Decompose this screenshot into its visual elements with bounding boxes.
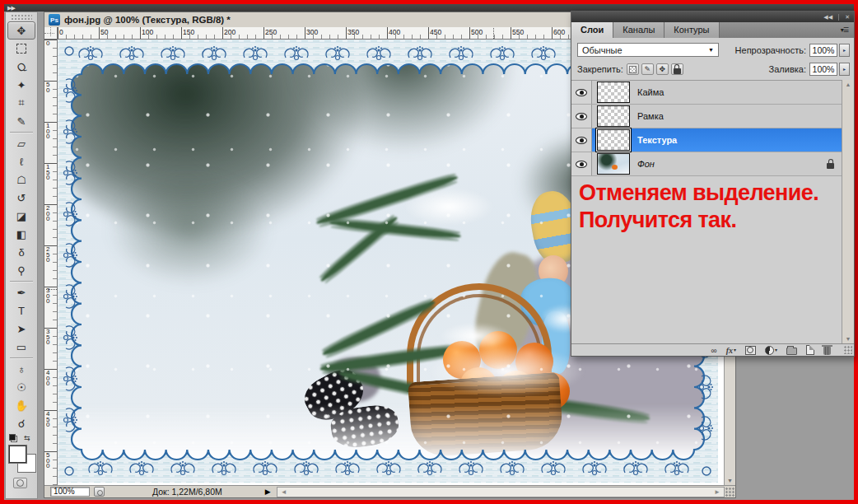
tools-panel-grip[interactable] [11,14,32,21]
blur-tool[interactable]: δ [6,243,37,261]
tab-paths[interactable]: Контуры [664,22,719,38]
visibility-toggle[interactable] [571,81,592,104]
layers-list: Кайма Рамка Текстура Фон [571,80,842,176]
opacity-spinner-icon[interactable]: ▸ [839,44,850,57]
scroll-down-icon[interactable]: ▼ [842,336,854,342]
link-layers-icon[interactable]: ∞ [711,345,716,356]
lock-pixels-button[interactable]: ✎ [641,63,654,75]
layers-scrollbar[interactable]: ▲ ▼ [842,80,854,343]
rect-marquee-tool[interactable] [6,40,37,58]
zoom-tool[interactable]: ☌ [6,414,37,432]
layer-name[interactable]: Фон [637,159,655,169]
eye-icon [576,137,587,144]
new-layer-icon[interactable] [806,345,814,355]
annotation-line-1: Отменяем выделение. [579,180,818,207]
rotate-3d-tool[interactable]: ♁ [6,360,37,378]
type-tool[interactable]: T [6,301,37,320]
tab-channels[interactable]: Каналы [613,22,664,38]
window-resize-grip[interactable] [725,487,735,497]
scroll-left-icon[interactable]: ◄ [281,488,287,497]
lasso-tool[interactable]: Q [6,58,37,76]
crop-tool[interactable]: ⌗ [6,94,37,112]
blend-mode-select[interactable]: Обычные ▼ [577,43,719,57]
layer-name[interactable]: Кайма [637,87,664,97]
ruler-label: 250 [265,28,277,36]
layer-row-ramka[interactable]: Рамка [571,105,842,128]
layer-thumbnail[interactable] [597,105,630,127]
status-info-icon[interactable] [94,487,105,497]
layer-name[interactable]: Рамка [637,111,664,121]
layer-row-kaima[interactable]: Кайма [571,81,842,105]
quick-mask-button[interactable] [13,478,27,488]
collapse-panels-icon[interactable]: ▶▶ [7,4,15,12]
layer-thumbnail[interactable] [597,153,630,175]
path-selection-tool[interactable]: ➤ [6,320,37,338]
brush-tool[interactable]: ℓ [6,152,37,170]
swap-colors-icon[interactable]: ⇆ [24,434,30,442]
clone-stamp-tool[interactable]: ☖ [6,170,37,189]
scroll-down-icon[interactable]: ▼ [725,478,735,483]
eyedropper-tool[interactable]: ✎ [6,112,37,130]
vertical-ruler[interactable]: 05 01 0 01 5 02 0 02 5 03 0 03 5 04 0 04… [44,40,58,485]
zoom-level-field[interactable]: 100% [50,487,90,497]
opacity-field[interactable]: 100% [809,44,837,57]
crop-tool-icon: ⌗ [18,96,24,110]
move-tool[interactable]: ✥ [7,21,35,40]
visibility-toggle[interactable] [571,105,592,128]
layer-thumbnail[interactable] [597,82,630,103]
panel-header: ◀◀ ✕ [571,12,854,22]
photoshop-window: ▶▶ ✥Q✦⌗✎▱ℓ☖↺◪◧δ⚲✒T➤▭♁☉✋☌ ⇆ Ps фон.jpg @ … [0,0,858,504]
healing-brush-tool[interactable]: ▱ [6,134,37,152]
gradient-tool[interactable]: ◧ [6,225,37,243]
visibility-toggle[interactable] [571,128,592,152]
adjustment-layer-button[interactable]: ▾ [765,345,777,356]
lock-all-button[interactable] [671,63,683,75]
ruler-label: 3 5 0 [46,329,49,346]
lock-label: Закрепить: [577,64,623,74]
ruler-origin[interactable] [44,27,58,40]
foreground-color-swatch[interactable] [8,445,27,464]
pen-tool[interactable]: ✒ [6,283,37,301]
layer-name[interactable]: Текстура [637,135,677,145]
hand-tool[interactable]: ✋ [6,396,37,414]
layer-row-tekstura-selected[interactable]: Текстура [571,128,842,152]
shape-tool[interactable]: ▭ [6,338,37,356]
tab-layers[interactable]: Слои [571,22,613,38]
ruler-label: 2 0 0 [46,206,49,222]
scroll-up-icon[interactable]: ▲ [842,82,854,87]
marquee-icon [16,44,26,54]
dodge-tool[interactable]: ⚲ [6,261,37,279]
layer-thumbnail[interactable] [597,129,630,151]
blend-mode-value: Обычные [582,45,623,55]
divider [838,14,839,21]
ruler-label: 100 [142,28,153,36]
status-popup-icon[interactable]: ▶ [265,488,271,496]
layer-style-button[interactable]: fx▾ [726,345,736,356]
panel-menu-icon[interactable]: ▾☰ [841,22,854,38]
lock-position-button[interactable]: ✥ [656,63,669,75]
history-brush-tool[interactable]: ↺ [6,189,37,207]
layer-row-fon[interactable]: Фон [571,152,842,176]
scroll-right-icon[interactable]: ► [714,488,720,497]
fill-spinner-icon[interactable]: ▸ [839,63,850,76]
add-layer-mask-icon[interactable] [745,346,756,355]
fill-label: Заливка: [769,64,809,74]
brush-tool-icon: ℓ [20,156,23,168]
visibility-toggle[interactable] [571,152,592,175]
eraser-tool[interactable]: ◪ [6,207,37,225]
new-group-icon[interactable] [786,348,797,355]
tools-panel: ✥Q✦⌗✎▱ℓ☖↺◪◧δ⚲✒T➤▭♁☉✋☌ ⇆ [5,12,38,499]
panel-resize-grip[interactable] [844,346,852,354]
close-panel-icon[interactable]: ✕ [845,12,850,22]
type-tool-icon: T [18,305,25,317]
orbit-3d-tool[interactable]: ☉ [6,378,37,396]
default-colors-icon[interactable] [9,434,17,442]
collapse-to-icons-icon[interactable]: ◀◀ [823,12,832,22]
magic-wand-tool[interactable]: ✦ [6,76,37,94]
lock-transparency-button[interactable] [627,63,639,75]
delete-layer-icon[interactable] [823,347,831,355]
cursor-position-indicator [493,28,494,39]
canvas-horizontal-scrollbar[interactable]: ◄ ► [277,487,725,497]
fill-field[interactable]: 100% [809,63,837,76]
ruler-label: 5 0 [46,82,49,93]
